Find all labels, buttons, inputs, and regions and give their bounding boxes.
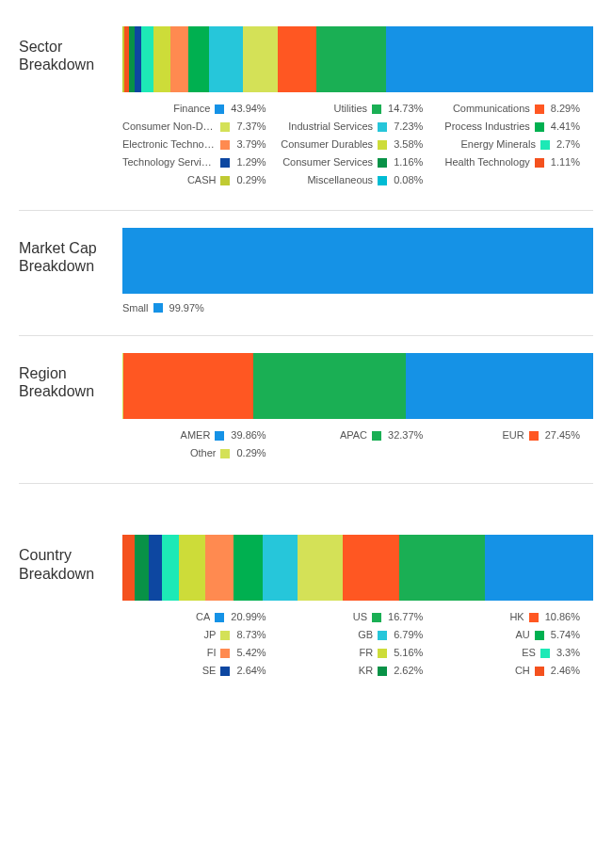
legend-swatch: [378, 649, 387, 658]
legend-swatch: [372, 104, 381, 114]
legend-label: Technology Services: [122, 154, 216, 170]
legend-item: JP8.73%: [122, 626, 280, 644]
legend-value: 3.3%: [556, 645, 580, 661]
legend-swatch: [372, 431, 381, 441]
legend-swatch: [220, 649, 230, 658]
legend-value: 7.37%: [236, 119, 266, 135]
legend-label: SE: [122, 663, 216, 679]
legend-value: 16.77%: [388, 609, 423, 625]
bar-segment: [234, 535, 263, 601]
legend-item: ES3.3%: [436, 644, 593, 662]
title-column: Region Breakdown: [19, 353, 122, 462]
legend-value: 99.97%: [169, 302, 204, 313]
bar-segment: [188, 26, 209, 92]
legend-item: Energy Minerals2.7%: [436, 136, 593, 153]
legend-label: Industrial Services: [280, 119, 373, 135]
legend-item: SE2.64%: [122, 662, 280, 680]
legend-swatch: [153, 303, 163, 313]
chart-column: AMER39.86%APAC32.37%EUR27.45%Other0.29%: [122, 353, 593, 462]
bar-segment: [162, 535, 179, 601]
bar-segment: [153, 26, 170, 92]
legend-swatch: [220, 631, 230, 640]
legend-swatch: [378, 158, 387, 168]
legend-item: GB6.79%: [280, 626, 437, 644]
legend-label: Process Industries: [436, 119, 529, 135]
legend-item: Health Technology1.11%: [436, 153, 593, 171]
legend-label: Utilities: [280, 101, 367, 117]
legend-swatch: [378, 176, 387, 185]
legend-value: 0.08%: [394, 172, 423, 188]
bar-segment: [343, 535, 398, 601]
legend-label: KR: [280, 663, 373, 679]
legend-item: Other0.29%: [122, 444, 280, 462]
legend-swatch: [378, 631, 387, 640]
section-title: Market Cap Breakdown: [19, 239, 122, 275]
legend-item: KR2.62%: [280, 662, 437, 680]
legend-label: APAC: [280, 427, 367, 443]
legend-label: Consumer Services: [280, 154, 373, 170]
legend-label: AMER: [122, 427, 210, 443]
legend-value: 0.29%: [236, 445, 266, 461]
legend-label: Communications: [436, 101, 529, 117]
bar-segment: [179, 535, 205, 601]
legend-label: JP: [122, 627, 216, 643]
legend-swatch: [220, 140, 230, 150]
legend-value: 2.64%: [236, 663, 266, 679]
breakdown-dashboard: Sector BreakdownFinance43.94%Utilities14…: [19, 9, 593, 701]
legend-label: Energy Minerals: [436, 137, 536, 153]
bar-segment: [141, 26, 154, 92]
legend-label: Finance: [122, 101, 210, 117]
legend-label: EUR: [436, 427, 523, 443]
legend-item: FI5.42%: [122, 644, 280, 662]
legend-item: Miscellaneous0.08%: [280, 171, 437, 189]
legend-item: APAC32.37%: [280, 426, 437, 444]
legend-item: Process Industries4.41%: [436, 118, 593, 136]
legend-item: HK10.86%: [436, 608, 593, 626]
legend-label: Miscellaneous: [280, 172, 373, 188]
breakdown-section: Country BreakdownCA20.99%US16.77%HK10.86…: [19, 484, 593, 700]
bar-segment: [399, 535, 486, 601]
stacked-bar: [122, 535, 593, 601]
legend: Finance43.94%Utilities14.73%Communicatio…: [122, 100, 593, 189]
legend-value: 27.45%: [545, 427, 580, 443]
legend: CA20.99%US16.77%HK10.86%JP8.73%GB6.79%AU…: [122, 608, 593, 680]
legend-item: Communications8.29%: [436, 100, 593, 118]
legend-item: Finance43.94%: [122, 100, 280, 118]
legend-value: 8.73%: [236, 627, 266, 643]
legend-swatch: [540, 140, 550, 150]
legend-value: 5.74%: [551, 627, 580, 643]
bar-segment: [485, 535, 593, 601]
legend-swatch: [378, 122, 387, 132]
legend-value: 14.73%: [388, 101, 423, 117]
legend-label: GB: [280, 627, 373, 643]
legend-value: 32.37%: [388, 427, 423, 443]
legend-swatch: [378, 667, 387, 676]
legend-label: FI: [122, 645, 216, 661]
bar-segment: [386, 26, 593, 92]
legend-label: Consumer Non-Durables: [122, 119, 216, 135]
bar-segment: [316, 26, 386, 92]
bar-segment: [243, 26, 278, 92]
legend-value: 2.7%: [556, 137, 580, 153]
legend-swatch: [215, 613, 224, 622]
legend-swatch: [215, 104, 224, 114]
title-column: Sector Breakdown: [19, 26, 122, 189]
legend-value: 10.86%: [545, 609, 580, 625]
legend-label: Consumer Durables: [280, 137, 373, 153]
breakdown-section: Region BreakdownAMER39.86%APAC32.37%EUR2…: [19, 336, 593, 484]
bar-segment: [170, 26, 188, 92]
section-row: Country BreakdownCA20.99%US16.77%HK10.86…: [19, 535, 593, 680]
section-row: Market Cap BreakdownSmall99.97%: [19, 228, 593, 314]
section-title: Country Breakdown: [19, 546, 122, 582]
legend-label: CASH: [122, 172, 216, 188]
section-row: Sector BreakdownFinance43.94%Utilities14…: [19, 26, 593, 189]
bar-segment: [122, 535, 135, 601]
legend-swatch: [215, 431, 224, 441]
legend-label: FR: [280, 645, 373, 661]
legend-value: 2.62%: [394, 663, 423, 679]
legend-item: CA20.99%: [122, 608, 280, 626]
legend-value: 20.99%: [231, 609, 266, 625]
legend-value: 3.58%: [394, 137, 423, 153]
legend-item: AU5.74%: [436, 626, 593, 644]
section-title: Sector Breakdown: [19, 38, 122, 73]
